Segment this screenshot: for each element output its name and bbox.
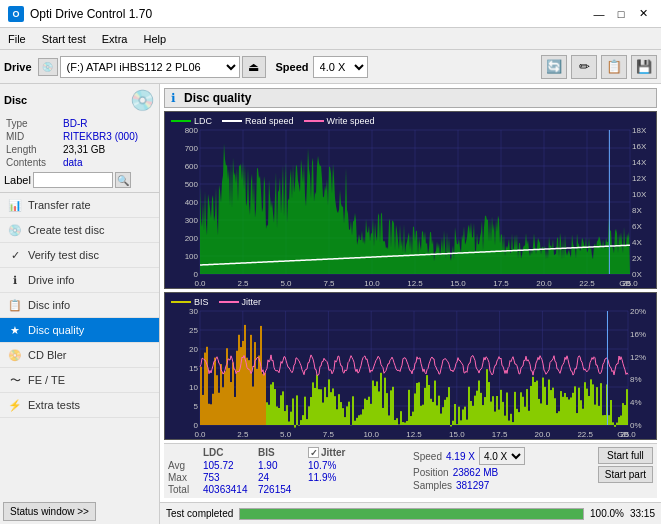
verify-test-icon: ✓ bbox=[8, 248, 22, 262]
label-search-button[interactable]: 🔍 bbox=[115, 172, 131, 188]
sidebar-item-disc-info[interactable]: 📋 Disc info bbox=[0, 293, 159, 318]
sidebar-item-disc-quality[interactable]: ★ Disc quality bbox=[0, 318, 159, 343]
chart-panel: ℹ Disc quality LDC bbox=[160, 84, 661, 502]
ldc-header: LDC bbox=[203, 447, 258, 458]
contents-value: data bbox=[63, 157, 153, 168]
speed-stat-label: Speed bbox=[413, 451, 442, 462]
menu-bar: File Start test Extra Help bbox=[0, 28, 661, 50]
avg-label: Avg bbox=[168, 460, 203, 471]
type-label: Type bbox=[6, 118, 61, 129]
drive-info-icon: ℹ bbox=[8, 273, 22, 287]
menu-file[interactable]: File bbox=[0, 28, 34, 49]
menu-start-test[interactable]: Start test bbox=[34, 28, 94, 49]
disc-info-label: Disc info bbox=[28, 299, 70, 311]
legend-write-speed: Write speed bbox=[304, 116, 375, 126]
start-buttons: Start full Start part bbox=[598, 447, 653, 483]
sidebar: Disc 💿 Type BD-R MID RITEKBR3 (000) Leng… bbox=[0, 84, 160, 524]
edit-button[interactable]: ✏ bbox=[571, 55, 597, 79]
legend-read-speed: Read speed bbox=[222, 116, 294, 126]
legend-bis: BIS bbox=[171, 297, 209, 307]
max-ldc: 753 bbox=[203, 472, 258, 483]
speed-dropdown[interactable]: 4.0 X 1.0 X 2.0 X 8.0 X Max bbox=[313, 56, 368, 78]
label-text: Label bbox=[4, 174, 31, 186]
bottom-status-bar: Test completed 100.0% 33:15 bbox=[160, 502, 661, 524]
stats-table: LDC BIS ✓ Jitter Avg 105.72 1.90 10.7% bbox=[168, 447, 409, 495]
position-label: Position bbox=[413, 467, 449, 478]
chart-container: LDC Read speed Write speed bbox=[164, 111, 657, 440]
maximize-button[interactable]: □ bbox=[611, 6, 631, 22]
fe-te-icon: 〜 bbox=[8, 373, 22, 387]
legend-ldc: LDC bbox=[171, 116, 212, 126]
position-value: 23862 MB bbox=[453, 467, 499, 478]
close-button[interactable]: ✕ bbox=[633, 6, 653, 22]
menu-help[interactable]: Help bbox=[135, 28, 174, 49]
lower-chart-canvas bbox=[165, 293, 657, 440]
start-part-button[interactable]: Start part bbox=[598, 466, 653, 483]
speed-stat-dropdown[interactable]: 4.0 X bbox=[479, 447, 525, 465]
max-jitter: 11.9% bbox=[308, 472, 378, 483]
copy-button[interactable]: 📋 bbox=[601, 55, 627, 79]
status-window-button[interactable]: Status window >> bbox=[3, 502, 96, 521]
create-test-label: Create test disc bbox=[28, 224, 104, 236]
content-area: ℹ Disc quality LDC bbox=[160, 84, 661, 524]
disc-info-table: Type BD-R MID RITEKBR3 (000) Length 23,3… bbox=[4, 116, 155, 170]
start-full-button[interactable]: Start full bbox=[598, 447, 653, 464]
refresh-button[interactable]: 🔄 bbox=[541, 55, 567, 79]
bis-header: BIS bbox=[258, 447, 308, 458]
elapsed-time: 33:15 bbox=[630, 508, 655, 519]
menu-extra[interactable]: Extra bbox=[94, 28, 136, 49]
total-label: Total bbox=[168, 484, 203, 495]
sidebar-item-cd-bler[interactable]: 📀 CD Bler bbox=[0, 343, 159, 368]
length-label: Length bbox=[6, 144, 61, 155]
title-bar: O Opti Drive Control 1.70 — □ ✕ bbox=[0, 0, 661, 28]
speed-label: Speed bbox=[276, 61, 309, 73]
toolbar: Drive 💿 (F:) ATAPI iHBS112 2 PL06 ⏏ Spee… bbox=[0, 50, 661, 84]
total-bis: 726154 bbox=[258, 484, 308, 495]
sidebar-item-create-test-disc[interactable]: 💿 Create test disc bbox=[0, 218, 159, 243]
upper-chart-canvas bbox=[165, 112, 657, 289]
disc-quality-icon: ★ bbox=[8, 323, 22, 337]
chart-header-icon: ℹ bbox=[171, 91, 176, 105]
stats-section: LDC BIS ✓ Jitter Avg 105.72 1.90 10.7% bbox=[164, 443, 657, 498]
minimize-button[interactable]: — bbox=[589, 6, 609, 22]
transfer-rate-label: Transfer rate bbox=[28, 199, 91, 211]
sidebar-item-drive-info[interactable]: ℹ Drive info bbox=[0, 268, 159, 293]
progress-percent: 100.0% bbox=[590, 508, 624, 519]
disc-icon: 💿 bbox=[130, 88, 155, 112]
drive-info-label: Drive info bbox=[28, 274, 74, 286]
drive-label: Drive bbox=[4, 61, 32, 73]
max-label: Max bbox=[168, 472, 203, 483]
max-bis: 24 bbox=[258, 472, 308, 483]
legend-jitter: Jitter bbox=[219, 297, 262, 307]
sidebar-item-verify-test-disc[interactable]: ✓ Verify test disc bbox=[0, 243, 159, 268]
transfer-rate-icon: 📊 bbox=[8, 198, 22, 212]
fe-te-label: FE / TE bbox=[28, 374, 65, 386]
disc-section-title: Disc bbox=[4, 94, 27, 106]
label-input[interactable] bbox=[33, 172, 113, 188]
jitter-checkbox[interactable]: ✓ bbox=[308, 447, 319, 458]
avg-bis: 1.90 bbox=[258, 460, 308, 471]
contents-label: Contents bbox=[6, 157, 61, 168]
mid-label: MID bbox=[6, 131, 61, 142]
status-text: Test completed bbox=[166, 508, 233, 519]
mid-value: RITEKBR3 (000) bbox=[63, 131, 153, 142]
label-row: Label 🔍 bbox=[4, 172, 155, 188]
length-value: 23,31 GB bbox=[63, 144, 153, 155]
jitter-header: Jitter bbox=[321, 447, 345, 458]
verify-test-label: Verify test disc bbox=[28, 249, 99, 261]
chart-header: ℹ Disc quality bbox=[164, 88, 657, 108]
extra-tests-label: Extra tests bbox=[28, 399, 80, 411]
drive-dropdown[interactable]: (F:) ATAPI iHBS112 2 PL06 bbox=[60, 56, 240, 78]
disc-quality-label: Disc quality bbox=[28, 324, 84, 336]
drive-icon: 💿 bbox=[38, 58, 58, 76]
create-test-icon: 💿 bbox=[8, 223, 22, 237]
eject-button[interactable]: ⏏ bbox=[242, 56, 266, 78]
save-button[interactable]: 💾 bbox=[631, 55, 657, 79]
sidebar-item-fe-te[interactable]: 〜 FE / TE bbox=[0, 368, 159, 393]
disc-info-icon: 📋 bbox=[8, 298, 22, 312]
sidebar-item-transfer-rate[interactable]: 📊 Transfer rate bbox=[0, 193, 159, 218]
chart-title: Disc quality bbox=[184, 91, 251, 105]
app-icon: O bbox=[8, 6, 24, 22]
sidebar-item-extra-tests[interactable]: ⚡ Extra tests bbox=[0, 393, 159, 418]
speed-stat-value: 4.19 X bbox=[446, 451, 475, 462]
